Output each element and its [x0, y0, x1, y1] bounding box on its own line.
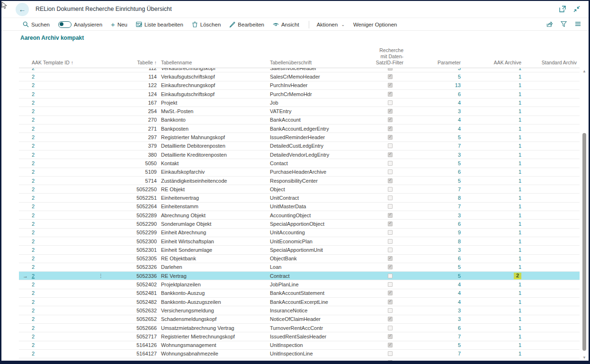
cell-aak-template-id[interactable]: 2⋮ [32, 360, 109, 361]
row-id-link[interactable]: 2 [32, 334, 35, 339]
cell-tabellenname[interactable]: Sonderumlage Objekt [157, 221, 268, 227]
cell-recherche[interactable] [374, 109, 406, 114]
row-id-link[interactable]: 2 [32, 91, 35, 97]
table-row[interactable]: → 2⋮ 5052290 Sonderumlage Objekt Special… [19, 220, 580, 228]
table-row[interactable]: → 2⋮ 5052652 Schadensmeldungskopf Notice… [19, 315, 580, 324]
cell-tabellenueberschrift[interactable]: UnitContract [268, 195, 374, 201]
table-row[interactable]: → 2⋮ 379 Detaillierte Debitorenposten De… [19, 142, 580, 151]
row-id-link[interactable]: 2 [32, 273, 35, 279]
recherche-checkbox[interactable] [388, 291, 393, 295]
aak-archive-value[interactable]: 1 [518, 213, 521, 218]
cell-tabellenname[interactable]: Wohnungsmanagement [157, 342, 268, 348]
cell-recherche[interactable] [374, 317, 406, 321]
table-row[interactable]: → 2⋮ 297 Registrierter Mahnungskopf Issu… [19, 133, 580, 142]
cell-parameter[interactable]: 5 [406, 74, 462, 80]
aak-archive-value[interactable]: 1 [518, 360, 521, 361]
recherche-checkbox[interactable] [388, 135, 393, 140]
aak-archive-value[interactable]: 1 [518, 308, 521, 313]
cell-tabellenname[interactable]: Einheitenvertrag [157, 195, 268, 201]
recherche-checkbox[interactable] [388, 343, 393, 347]
cell-aak-template-id[interactable]: 2⋮ [32, 316, 109, 322]
cell-tabelle[interactable]: 5052336 [109, 273, 157, 279]
cell-aak-template-id[interactable]: 2⋮ [32, 221, 109, 227]
analyze-toggle[interactable]: Analysieren [58, 21, 102, 28]
aak-archive-value[interactable]: 1 [518, 169, 521, 175]
cell-recherche[interactable] [374, 178, 406, 183]
cell-parameter[interactable]: 4 [406, 299, 462, 305]
cell-aak-template-id[interactable]: 2⋮ [32, 230, 109, 235]
row-id-link[interactable]: 2 [32, 195, 35, 201]
cell-aak-template-id[interactable]: 2⋮ [32, 256, 109, 261]
cell-aak-template-id[interactable]: 2⋮ [32, 282, 109, 287]
cell-tabelle[interactable]: 5052652 [109, 316, 157, 322]
recherche-checkbox[interactable] [388, 117, 393, 122]
cell-aak-archive[interactable]: 2 [462, 273, 523, 279]
table-row[interactable]: → 2⋮ 5052481 Bankkonto-Auszug BankAccoun… [19, 289, 580, 298]
cell-aak-template-id[interactable]: 2⋮ [32, 74, 109, 80]
cell-tabelle[interactable]: 5052326 [109, 264, 157, 270]
row-id-link[interactable]: 2 [32, 108, 35, 114]
row-id-link[interactable]: 2 [32, 68, 35, 71]
row-id-link[interactable]: 2 [32, 160, 35, 166]
row-id-link[interactable]: 2 [32, 290, 35, 296]
cell-aak-archive[interactable]: 1 [462, 74, 523, 80]
row-id-link[interactable]: 2 [32, 308, 35, 313]
cell-tabellenueberschrift[interactable]: ResponsibilityCenter [268, 178, 374, 184]
cell-parameter[interactable]: 3 [406, 68, 462, 71]
cell-tabelle[interactable]: 5052717 [109, 334, 157, 339]
row-id-link[interactable]: 2 [32, 256, 35, 261]
cell-aak-archive[interactable]: 1 [462, 290, 523, 296]
cell-recherche[interactable] [374, 135, 406, 140]
cell-tabellenueberschrift[interactable]: SalesCrMemoHeader [268, 74, 374, 80]
cell-tabellenueberschrift[interactable]: PurchCrMemoHdr [268, 91, 374, 97]
cell-parameter[interactable]: 5 [406, 273, 462, 279]
cell-aak-archive[interactable]: 1 [462, 308, 523, 313]
aak-archive-value[interactable]: 2 [514, 273, 521, 279]
aak-archive-value[interactable]: 1 [518, 334, 521, 339]
cell-tabellenname[interactable]: Einheit Abrechnung [157, 230, 268, 235]
header-tabellenname[interactable]: Tabellenname [157, 60, 268, 68]
fewer-options-button[interactable]: Weniger Optionen [353, 22, 397, 27]
aak-archive-value[interactable]: 1 [518, 247, 521, 253]
cell-recherche[interactable] [374, 308, 406, 313]
cell-tabellenueberschrift[interactable]: VATEntry [268, 108, 374, 114]
cell-tabellenname[interactable]: Detaillierte Debitorenposten [157, 143, 268, 149]
recherche-checkbox[interactable] [388, 230, 393, 235]
cell-tabellenname[interactable]: Einheitenstamm [157, 204, 268, 209]
table-row[interactable]: → 2⋮ 5052301 Einheit Sonderumlage Specia… [19, 246, 580, 254]
back-button[interactable]: ← [16, 3, 29, 16]
cell-parameter[interactable]: 10 [406, 360, 462, 361]
cell-aak-template-id[interactable]: 2⋮ [32, 134, 109, 140]
cell-tabelle[interactable]: 5164126 [109, 342, 157, 348]
cell-aak-template-id[interactable]: 2⋮ [32, 213, 109, 218]
cell-aak-template-id[interactable]: 2⋮ [32, 273, 109, 279]
cell-tabellenname[interactable]: Wohnungsabnahmezeile [157, 351, 268, 356]
cell-aak-archive[interactable]: 1 [462, 169, 523, 175]
cell-tabellenueberschrift[interactable]: JobPlanLine [268, 282, 374, 287]
cell-tabelle[interactable]: 5109 [109, 169, 157, 175]
cell-aak-archive[interactable]: 1 [462, 68, 523, 71]
table-row[interactable]: → 2⋮ 5052482 Bankkonto-Auszugszeilen Ban… [19, 298, 580, 306]
aak-archive-value[interactable]: 1 [518, 178, 521, 184]
row-id-link[interactable]: 2 [32, 325, 35, 331]
row-id-link[interactable]: 2 [32, 134, 35, 140]
recherche-checkbox[interactable] [388, 195, 393, 200]
header-aak-template-id[interactable]: AAK Template ID ↑ [32, 60, 109, 68]
list-icon[interactable] [575, 21, 581, 27]
table-row[interactable]: → 2⋮ 5052717 Registrierter Mietrechnungs… [19, 332, 580, 341]
cell-aak-archive[interactable]: 1 [462, 256, 523, 261]
cell-recherche[interactable] [374, 187, 406, 192]
row-id-link[interactable]: 2 [32, 264, 35, 270]
aak-archive-value[interactable]: 1 [518, 134, 521, 140]
cell-tabelle[interactable]: 5052250 [109, 186, 157, 192]
cell-aak-archive[interactable]: 1 [462, 221, 523, 227]
cell-tabellenname[interactable]: Bankposten [157, 126, 268, 132]
cell-parameter[interactable]: 6 [406, 91, 462, 97]
scroll-down-icon[interactable]: ▼ [581, 355, 587, 361]
cell-recherche[interactable] [374, 143, 406, 148]
cell-parameter[interactable]: 3 [406, 152, 462, 158]
cell-tabelle[interactable]: 254 [109, 108, 157, 114]
cell-tabelle[interactable]: 122 [109, 82, 157, 88]
row-id-link[interactable]: 2 [32, 282, 35, 287]
search-button[interactable]: Suchen [23, 21, 50, 27]
